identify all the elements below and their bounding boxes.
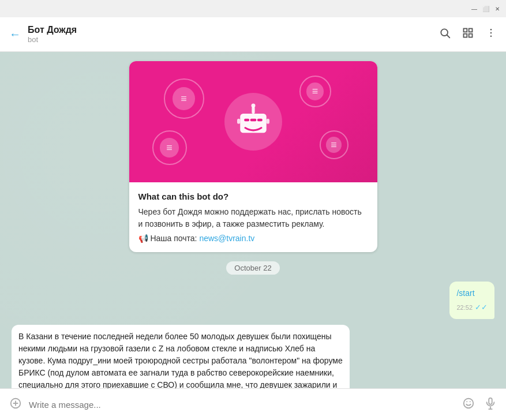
bubble-outgoing: /start 22:52 ✓✓	[449, 282, 494, 319]
svg-line-1	[447, 35, 450, 38]
start-command-text: /start	[456, 288, 474, 298]
svg-point-8	[490, 36, 492, 38]
incoming-text: В Казани в течение последней недели боле…	[18, 332, 343, 389]
svg-rect-14	[257, 119, 263, 121]
svg-point-11	[251, 104, 255, 108]
svg-rect-10	[252, 107, 254, 114]
back-button[interactable]: ←	[9, 28, 21, 41]
chat-title: Бот Дождя	[28, 25, 432, 35]
bubble-incoming: В Казани в течение последней недели боле…	[12, 325, 350, 389]
input-right-icons	[462, 397, 497, 412]
deco-circle-4: ≡	[320, 130, 348, 159]
bot-logo	[224, 93, 282, 151]
svg-rect-5	[469, 34, 473, 38]
email-prefix: 📢 Наша почта:	[138, 234, 200, 243]
email-link[interactable]: news@tvrain.tv	[199, 234, 254, 243]
read-check-outgoing: ✓✓	[475, 302, 488, 313]
mic-icon[interactable]	[484, 397, 497, 412]
emoji-icon[interactable]	[462, 397, 475, 412]
deco-circle-3: ≡	[152, 130, 187, 165]
bubble-meta-outgoing: 22:52 ✓✓	[456, 302, 488, 313]
message-time-outgoing: 22:52	[456, 303, 473, 313]
date-pill: October 22	[226, 261, 279, 275]
svg-point-7	[490, 32, 492, 34]
date-separator: October 22	[12, 261, 494, 275]
close-button[interactable]: ✕	[493, 5, 501, 13]
search-icon[interactable]	[439, 27, 451, 42]
svg-rect-4	[464, 34, 467, 38]
svg-rect-16	[266, 119, 269, 124]
svg-rect-2	[464, 29, 467, 32]
deco-circle-1: ≡	[164, 78, 204, 119]
bot-card-email: 📢 Наша почта: news@tvrain.tv	[138, 234, 368, 243]
svg-point-6	[490, 29, 492, 31]
svg-rect-3	[469, 29, 473, 32]
deco-circle-2: ≡	[299, 76, 331, 107]
header-actions	[439, 27, 497, 42]
message-input[interactable]	[29, 400, 455, 410]
message-row-outgoing: /start 22:52 ✓✓	[12, 282, 494, 319]
svg-rect-13	[250, 119, 256, 121]
chat-subtitle: bot	[28, 35, 432, 44]
header-info: Бот Дождя bot	[28, 25, 432, 44]
more-options-icon[interactable]	[485, 27, 497, 42]
svg-rect-23	[489, 397, 492, 404]
layout-icon[interactable]	[462, 27, 474, 42]
svg-rect-12	[244, 119, 249, 121]
bot-card-description: Через бот Дождя можно поддержать нас, пр…	[138, 206, 368, 230]
input-bar	[0, 388, 506, 420]
svg-rect-15	[237, 119, 240, 124]
chat-area: ≡ ≡ ≡ ≡	[0, 52, 506, 388]
chat-header: ← Бот Дождя bot	[0, 17, 506, 52]
bot-card-title: What can this bot do?	[138, 192, 368, 201]
titlebar: — ⬜ ✕	[0, 0, 506, 17]
bot-card-body: What can this bot do? Через бот Дождя мо…	[129, 182, 377, 252]
maximize-button[interactable]: ⬜	[482, 5, 490, 13]
attach-icon[interactable]	[9, 397, 22, 412]
message-row-incoming: В Казани в течение последней недели боле…	[12, 325, 494, 389]
svg-point-20	[464, 398, 474, 408]
bot-card-banner: ≡ ≡ ≡ ≡	[129, 61, 377, 182]
minimize-button[interactable]: —	[470, 5, 478, 13]
bot-card: ≡ ≡ ≡ ≡	[129, 61, 377, 252]
